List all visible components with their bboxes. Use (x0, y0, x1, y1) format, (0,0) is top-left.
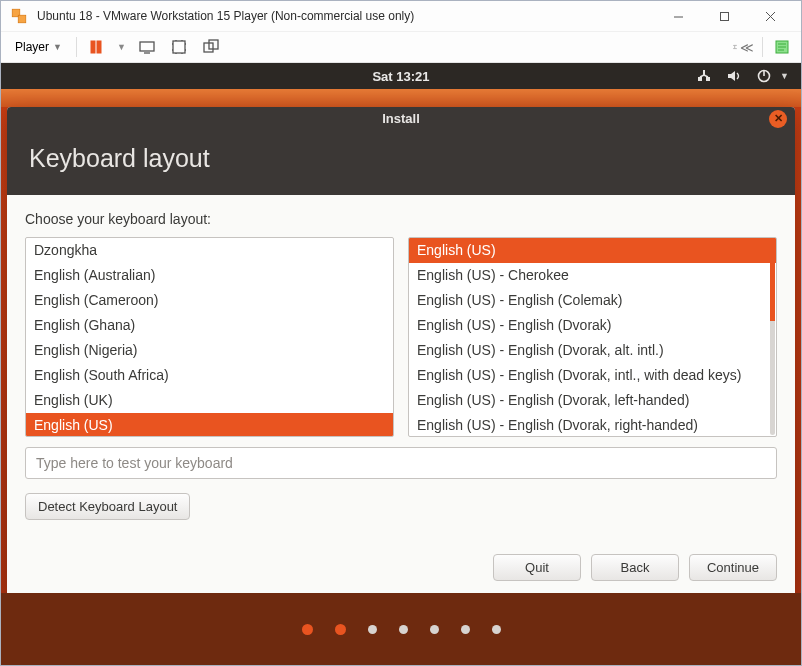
installer-content: Choose your keyboard layout: DzongkhaEng… (7, 195, 795, 593)
layout-variant-item[interactable]: English (US) - English (Dvorak, right-ha… (409, 413, 776, 436)
layout-variant-item[interactable]: English (US) - English (Dvorak, alt. int… (409, 338, 776, 363)
svg-rect-10 (173, 41, 185, 53)
installer-window-title: Install (382, 111, 420, 126)
unity-mode-icon[interactable] (200, 36, 222, 58)
layout-family-item[interactable]: English (US) (26, 413, 393, 436)
chevron-down-icon: ▼ (780, 71, 789, 81)
layout-family-item[interactable]: Dzongkha (26, 238, 393, 263)
layout-variant-item[interactable]: English (US) - English (Dvorak) (409, 313, 776, 338)
progress-dot (368, 625, 377, 634)
svg-rect-1 (18, 15, 26, 23)
gnome-topbar: Sat 13:21 ▼ (1, 63, 801, 89)
close-button[interactable] (747, 1, 793, 31)
pause-icon[interactable] (85, 36, 107, 58)
progress-dot (430, 625, 439, 634)
chevron-down-icon: ▼ (53, 42, 62, 52)
send-ctrl-alt-del-icon[interactable] (136, 36, 158, 58)
page-title: Keyboard layout (29, 144, 773, 173)
progress-dot (492, 625, 501, 634)
progress-dot (461, 625, 470, 634)
toolbar-divider (762, 37, 763, 57)
layout-family-item[interactable]: English (Nigeria) (26, 338, 393, 363)
progress-dot (302, 624, 313, 635)
layout-variant-item[interactable]: English (US) - English (Dvorak, left-han… (409, 388, 776, 413)
layout-variant-list[interactable]: English (US)English (US) - CherokeeEngli… (408, 237, 777, 437)
maximize-button[interactable] (701, 1, 747, 31)
cycle-devices-icon[interactable]: ≪ (732, 36, 754, 58)
layout-family-list[interactable]: DzongkhaEnglish (Australian)English (Cam… (25, 237, 394, 437)
svg-rect-7 (97, 41, 101, 53)
layout-family-item[interactable]: English (Australian) (26, 263, 393, 288)
svg-rect-18 (698, 77, 702, 81)
vm-tools-group (136, 36, 222, 58)
guest-vm: Sat 13:21 ▼ Install ✕ (1, 63, 801, 665)
layout-family-item[interactable]: English (UK) (26, 388, 393, 413)
window-controls (655, 1, 793, 31)
chevron-down-icon[interactable]: ▼ (117, 42, 126, 52)
svg-rect-17 (703, 70, 705, 75)
wizard-nav: Quit Back Continue (25, 554, 777, 581)
svg-rect-6 (91, 41, 95, 53)
close-icon[interactable]: ✕ (769, 110, 787, 128)
progress-dot (399, 625, 408, 634)
keyboard-lists: DzongkhaEnglish (Australian)English (Cam… (25, 237, 777, 437)
vmware-window: Ubuntu 18 - VMware Workstation 15 Player… (0, 0, 802, 666)
toolbar-divider (76, 37, 77, 57)
vmware-toolbar: Player ▼ ▼ ≪ (1, 31, 801, 63)
back-button[interactable]: Back (591, 554, 679, 581)
volume-icon (726, 68, 742, 84)
installer-progress (1, 593, 801, 665)
desktop-background (1, 89, 801, 107)
clock-label: Sat 13:21 (372, 69, 429, 84)
network-icon (696, 68, 712, 84)
layout-variant-item[interactable]: English (US) (409, 238, 776, 263)
layout-family-item[interactable]: English (South Africa) (26, 363, 393, 388)
vmware-logo-icon (9, 6, 29, 26)
keyboard-test-input[interactable] (25, 447, 777, 479)
notes-icon[interactable] (771, 36, 793, 58)
vm-power-group: ▼ (85, 36, 126, 58)
quit-button[interactable]: Quit (493, 554, 581, 581)
status-area[interactable]: ▼ (696, 68, 789, 84)
installer-page-header: Keyboard layout (7, 130, 795, 195)
power-icon (756, 68, 772, 84)
minimize-button[interactable] (655, 1, 701, 31)
layout-family-item[interactable]: English (Cameroon) (26, 288, 393, 313)
continue-button[interactable]: Continue (689, 554, 777, 581)
layout-family-item[interactable]: English (Ghana) (26, 313, 393, 338)
detect-keyboard-button[interactable]: Detect Keyboard Layout (25, 493, 190, 520)
svg-rect-3 (720, 12, 728, 20)
layout-variant-item[interactable]: English (US) - English (Dvorak, intl., w… (409, 363, 776, 388)
vmware-title: Ubuntu 18 - VMware Workstation 15 Player… (37, 9, 655, 23)
player-menu[interactable]: Player ▼ (9, 38, 68, 56)
installer-titlebar[interactable]: Install ✕ (7, 107, 795, 130)
progress-dot (335, 624, 346, 635)
fullscreen-icon[interactable] (168, 36, 190, 58)
installer-window: Install ✕ Keyboard layout Choose your ke… (7, 107, 795, 593)
svg-rect-8 (140, 42, 154, 51)
prompt-label: Choose your keyboard layout: (25, 211, 777, 227)
layout-variant-item[interactable]: English (US) - Cherokee (409, 263, 776, 288)
layout-variant-item[interactable]: English (US) - English (Colemak) (409, 288, 776, 313)
svg-rect-19 (706, 77, 710, 81)
player-menu-label: Player (15, 40, 49, 54)
vmware-titlebar: Ubuntu 18 - VMware Workstation 15 Player… (1, 1, 801, 31)
